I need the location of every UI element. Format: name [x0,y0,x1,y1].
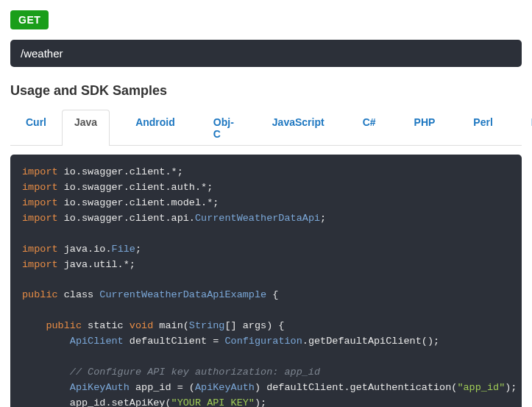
code-token: import [22,259,58,270]
code-token: io.swagger.client.*; [58,166,183,177]
code-token: defaultClient = [124,336,225,347]
code-token: ApiClient [22,336,124,347]
code-token: ; [135,244,141,255]
code-token: // Configure API key authorization: app_… [22,367,320,378]
code-token: static [82,320,130,331]
tab-curl[interactable]: Curl [13,110,59,146]
code-token: io.swagger.client.api. [58,213,195,224]
code-token: io.swagger.client.model.*; [58,197,219,208]
code-token: ; [320,213,326,224]
tab-csharp[interactable]: C# [350,110,389,146]
code-token: ) defaultClient.getAuthentication( [255,382,457,393]
tab-python[interactable]: Python [519,110,532,146]
code-token: void [130,320,153,331]
code-token: .getDefaultApiClient(); [302,336,439,347]
code-token: io.swagger.client.auth.*; [58,182,213,193]
code-token: File [112,244,135,255]
code-token: { [266,289,278,300]
tab-android[interactable]: Android [123,110,188,146]
http-method-badge: GET [10,10,49,29]
tab-objc[interactable]: Obj-C [201,110,247,146]
code-token: class [58,289,100,300]
tab-java[interactable]: Java [62,110,110,146]
tab-perl[interactable]: Perl [461,110,505,146]
code-token: public [22,320,82,331]
code-token: "YOUR API KEY" [171,397,255,407]
endpoint-path: /weather [10,40,522,67]
code-token: java.io. [58,244,112,255]
section-title: Usage and SDK Samples [10,83,522,99]
language-tabs: Curl Java Android Obj-C JavaScript C# PH… [10,109,522,146]
tab-php[interactable]: PHP [402,110,448,146]
code-token: import [22,244,58,255]
code-token: ); [505,382,517,393]
code-token: String [189,320,225,331]
code-token: ApiKeyAuth [22,382,130,393]
code-token: java.util.*; [58,259,135,270]
code-token: CurrentWeatherDataApi [195,213,320,224]
code-token: main( [153,320,189,331]
code-token: Configuration [224,336,302,347]
code-token: ); [255,397,266,407]
code-token: import [22,197,58,208]
code-token: "app_id" [457,382,505,393]
code-token: import [22,182,58,193]
code-sample: import io.swagger.client.*; import io.sw… [10,155,522,407]
code-token: ApiKeyAuth [195,382,255,393]
code-token: public [22,289,58,300]
tab-javascript[interactable]: JavaScript [260,110,337,146]
code-token: CurrentWeatherDataApiExample [99,289,266,300]
code-token: app_id.setApiKey( [22,397,171,407]
code-token: import [22,213,58,224]
code-token: import [22,166,58,177]
code-token: app_id = ( [130,382,195,393]
code-token: [] args) { [224,320,284,331]
